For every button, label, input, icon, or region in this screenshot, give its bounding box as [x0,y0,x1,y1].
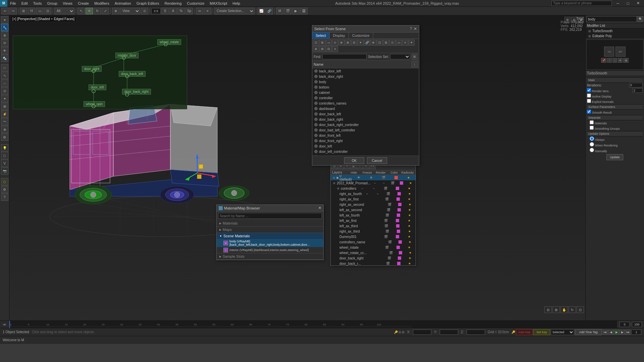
menu-rendering[interactable]: Rendering [162,1,184,6]
menu-edit[interactable]: Edit [19,1,31,6]
sfs-item[interactable]: door_left [312,143,419,149]
layer-item-ram[interactable]: ⊞ 2022_RAM_Promasl... – – 🎬 ★ [331,180,416,186]
menu-tools[interactable]: Tools [31,1,45,6]
select-move-button[interactable]: ✛ [86,8,93,14]
sfs-list[interactable]: back_door_left back_door_right body bott… [312,68,419,156]
sfs-tb-4[interactable]: ⊙ [332,40,338,46]
layer-item-rax3[interactable]: right_ax_third 🎬 ★ [331,229,416,234]
minimize-button[interactable]: ─ [613,0,623,7]
layer-item-rax1[interactable]: right_ax_first 🎬 ★ [331,196,416,202]
layer-item-lax3[interactable]: left_ax_third 🎬 ★ [331,223,416,229]
smoothing-groups-check[interactable] [590,126,594,130]
percent-snap[interactable]: % [177,8,185,14]
sfs-tab-display[interactable]: Display [330,33,349,39]
layer-item-ctrl-name[interactable]: controllers_name 🎬 ★ [331,239,416,245]
extra1[interactable]: ⬡ [1,178,8,185]
pivot-button[interactable]: ⊙ [141,8,148,14]
select-object-button[interactable]: ↖ [77,8,85,14]
close-button[interactable]: ✕ [633,0,643,7]
select-button[interactable]: ⊞ [20,8,27,14]
update-button[interactable]: Update [606,154,623,160]
extra3[interactable]: ? [1,193,8,201]
snap-percent-input[interactable] [151,8,161,14]
sfs-item[interactable]: door_back_right [312,117,419,122]
mod-move-down[interactable]: ↓ [612,58,617,63]
window-crossing-button[interactable]: ⊡ [44,8,51,14]
key-filter-dropdown[interactable]: Selected [551,329,574,335]
layer-item-door-back-r2[interactable]: door_back_r... 🎬 ★ [331,261,416,265]
schematic-view-button[interactable]: 🔗 [266,8,273,14]
layer-item-lax4[interactable]: left_ax_fourth 🎬 ★ [331,213,416,218]
coord-system-dropdown[interactable]: View [120,8,140,14]
layer-item-default[interactable]: ⊞ ◉ 0 (default) 👁 ❄ 🎬 ★ [331,175,416,180]
mod-icon-edpoly[interactable]: EP [615,47,626,57]
menu-create[interactable]: Create [75,1,92,6]
layer-color[interactable] [396,187,399,190]
layer-item-lax2[interactable]: left_ax_second 🎬 ★ [331,207,416,213]
sfs-help-button[interactable]: ? [409,26,413,31]
sfs-tb-3[interactable]: ▭ [326,40,332,46]
render-frame-window-button[interactable]: 🖼 [300,8,308,14]
sfs-close-button[interactable]: ✕ [414,26,417,31]
motion-tab[interactable]: ⟳ [1,39,8,47]
menu-group[interactable]: Group [44,1,60,6]
layers-list[interactable]: ⊞ ◉ 0 (default) 👁 ❄ 🎬 ★ ⊞ 2022_RAM_Proma… [331,175,416,265]
play[interactable]: ▶ [614,329,619,335]
search-input[interactable] [551,1,612,6]
prev-frame[interactable]: ◀ [608,329,613,335]
layer-item-rax2[interactable]: right_ax_second 🎬 ★ [331,202,416,207]
redo-button[interactable]: ↪ [9,8,17,14]
mod-icon-turbsmooth[interactable]: TS [604,47,614,57]
sfs-tb-6[interactable]: ⊞ [345,40,351,46]
sfs-list-sort[interactable]: ↕ [412,61,418,67]
auto-key-button[interactable]: Auto Key [516,329,533,335]
y-coord-input[interactable] [440,329,458,335]
menu-graph-editors[interactable]: Graph Editors [134,1,162,6]
mat-item-body[interactable]: V body (VRayMtl) [back_door_left,back_do… [217,239,323,247]
sfs-item[interactable]: door_back_left [312,111,419,117]
layer-item-door-back-right[interactable]: door_back_right 🎬 ★ [331,255,416,261]
sfs-tb-17[interactable]: ⊕ [313,46,319,52]
viewport[interactable]: [+] [Perspective] [Shaded + Edged Faces]… [9,15,585,320]
select-name-button[interactable]: H [28,8,35,14]
render-iters-check[interactable] [587,88,591,92]
mod-options[interactable]: ⊞ [623,58,629,63]
explicit-normals-check[interactable] [587,99,591,103]
spinner-snap[interactable]: Sp [185,8,193,14]
iterations-input[interactable] [629,83,643,87]
sfs-item[interactable]: door_back_right_controller [312,122,419,127]
sfs-tb-10[interactable]: ⊕ [370,40,376,46]
smooth-result-check[interactable] [587,110,591,114]
snap-toggle[interactable]: S [161,8,169,14]
x-coord-input[interactable] [413,329,431,335]
angle-snap[interactable]: A [169,8,177,14]
mod-turbosmooth[interactable]: ⊞ TurboSmooth [586,28,644,34]
sfs-item[interactable]: door_front_left [312,133,419,138]
menu-file[interactable]: File [7,1,19,6]
frame-input[interactable] [620,322,630,327]
go-end[interactable]: ⏭ [625,329,631,335]
mat-section-sample-header[interactable]: ▶ Sample Slots [217,253,323,259]
sfs-item[interactable]: back_door_right [312,74,419,79]
splines[interactable]: ∿ [1,72,8,79]
materials-check[interactable] [590,120,594,124]
sfs-find-input[interactable] [322,54,367,59]
zoom-extents[interactable]: ⊟ [544,306,552,313]
mat-close-button[interactable]: ✕ [318,206,321,210]
render-iters-input[interactable] [633,88,643,93]
menu-maxscript[interactable]: MAXScript [207,1,230,6]
mirror-button[interactable]: ⇔ [196,8,203,14]
sfs-tb-16[interactable]: ✦ [409,40,415,46]
vray-lights[interactable]: 💡 [1,144,8,152]
sfs-item[interactable]: body [312,79,419,84]
scale-button[interactable]: ⤢ [102,8,109,14]
mat-section-scene-header[interactable]: ▼ Scene Materials [217,233,323,239]
sfs-tb-13[interactable]: ⊙ [389,40,395,46]
mat-section-maps-header[interactable]: ▶ Maps [217,227,323,233]
zoom-selected[interactable]: ⊞ [552,306,560,313]
named-selection-dropdown[interactable]: Create Selection... [214,8,255,14]
patch-grids[interactable]: ⊞ [1,103,8,110]
menu-help[interactable]: Help [230,1,243,6]
layer-color[interactable] [400,181,403,185]
vray-obj[interactable]: V [1,160,8,167]
